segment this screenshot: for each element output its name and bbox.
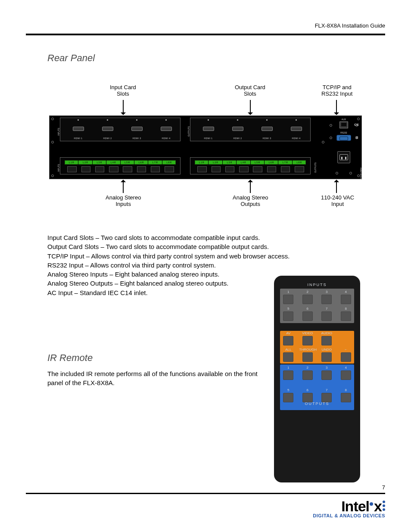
arrow-up-icon (336, 180, 337, 193)
button-icon (321, 393, 332, 402)
button-icon (302, 311, 313, 321)
section-title-ir-remote: IR Remote (47, 352, 93, 364)
btn-label: 5 (280, 388, 297, 392)
brand-name: Intelx (313, 498, 385, 515)
remote-btn-input-4: 4 (338, 289, 355, 305)
arrow-down-icon (336, 100, 337, 115)
hdmi-port-icon (291, 127, 302, 131)
remote-btn-output-6: 6 (299, 388, 316, 403)
remote-btn-video: VIDEO (299, 331, 316, 346)
remote-btn-input-5: 5 (280, 306, 297, 322)
output-card-strip: HDMI 1 HDMI 2 HDMI 3 HDMI 4 (190, 118, 311, 141)
screw-icon (336, 172, 338, 174)
hdmi-port-icon (262, 127, 273, 131)
port-label: HDMI 2 (96, 137, 119, 140)
brand-tagline: DIGITAL & ANALOG DEVICES (313, 513, 385, 518)
remote-modes-pad: AV VIDEO AUDIO ALL THROUGH UNDO ← (280, 331, 354, 364)
screw-icon (322, 141, 324, 143)
screw-icon (51, 118, 54, 120)
remote-btn-input-2: 2 (299, 289, 316, 305)
button-icon (341, 370, 351, 380)
remote-btn-output-5: 5 (280, 388, 297, 403)
btn-label: VIDEO (299, 331, 316, 335)
arrow-down-icon (123, 100, 124, 115)
section-title-rear-panel: Rear Panel (47, 53, 95, 64)
text: Inputs (115, 201, 131, 207)
btn-label: 6 (299, 307, 316, 311)
button-icon (341, 295, 351, 304)
remote-btn-blank (338, 331, 355, 346)
screw-icon (51, 141, 54, 143)
hdmi-port-icon (232, 127, 243, 131)
button-icon (321, 336, 332, 345)
definition-line: TCP/IP Input – Allows control via third … (47, 252, 358, 261)
btn-label: 6 (299, 388, 316, 392)
button-icon (283, 393, 293, 402)
btn-label: ALL (280, 348, 297, 352)
ch-label: L 3 R (223, 160, 237, 165)
button-icon (341, 311, 351, 321)
ethernet-port-icon (339, 121, 348, 128)
crossed-bin-icon: ⊠ (355, 136, 358, 140)
text: Analog Stereo (106, 194, 141, 201)
text: Slots (244, 90, 256, 97)
btn-label: 5 (280, 307, 297, 311)
ch-label: L 5 R (251, 160, 265, 165)
btn-label: THROUGH (299, 348, 316, 352)
remote-outputs-header: OUTPUTS (280, 401, 354, 406)
button-icon (321, 370, 332, 380)
port-label: HDMI 2 (226, 137, 249, 140)
ac-rating-label: AC100-240V (360, 168, 362, 180)
btn-label: 8 (338, 388, 355, 392)
btn-label: UNDO (318, 348, 335, 352)
btn-label: 7 (318, 388, 335, 392)
button-icon (321, 352, 332, 362)
ground-icon (349, 172, 352, 174)
ch-label: L 5 R (121, 160, 134, 165)
btn-label: 1 (280, 366, 297, 370)
button-icon (341, 393, 351, 402)
text: Slots (117, 90, 129, 97)
btn-label: 7 (318, 307, 335, 311)
text: TCP/IP and (323, 84, 352, 90)
hdmi-in-4: HDMI 4 (154, 121, 178, 136)
remote-btn-through: THROUGH (299, 347, 316, 363)
btn-label: 4 (338, 290, 355, 294)
btn-label: 3 (318, 290, 335, 294)
ch-label: L 8 R (162, 160, 176, 165)
btn-label: ← (338, 348, 355, 352)
text: RS232 Input (321, 90, 352, 97)
remote-btn-input-1: 1 (280, 289, 297, 305)
callout-analog-inputs: Analog Stereo Inputs (106, 195, 141, 208)
button-icon (283, 336, 293, 345)
callout-input-card-slots: Input Card Slots (110, 84, 136, 97)
header-rule (26, 34, 385, 35)
text: Input Card (110, 84, 136, 90)
label-outputs-vertical: OUTPUTS (314, 162, 317, 173)
brand-dot-icon (370, 502, 373, 506)
hdmi-in-1: HDMI 1 (66, 121, 90, 136)
arrow-down-icon (250, 100, 251, 115)
hdmi-in-2: HDMI 2 (96, 121, 119, 136)
button-icon (302, 336, 313, 345)
hdmi-port-icon (161, 127, 172, 131)
hdmi-out-1: HDMI 1 (196, 121, 220, 136)
ch-label: L 1 R (65, 160, 78, 165)
ce-mark-icon: CE (354, 123, 359, 127)
brand-dots-icon (383, 501, 385, 511)
analog-stereo-outputs: L 1 R L 2 R L 3 R L 4 R L 5 R L 6 R L 7 … (190, 157, 311, 174)
button-icon (321, 311, 332, 321)
btn-label: 4 (338, 366, 355, 370)
brand-text: Intel (341, 498, 369, 515)
ch-label: L 6 R (134, 160, 148, 165)
btn-label: 3 (318, 366, 335, 370)
iec-power-inlet-icon (337, 151, 350, 163)
ch-label: L 7 R (278, 160, 292, 165)
ch-label: L 2 R (78, 160, 92, 165)
port-label: HDMI 4 (154, 137, 178, 140)
ch-label: L 3 R (93, 160, 106, 165)
ch-label: L 7 R (148, 160, 162, 165)
pin-row (195, 166, 306, 171)
hdmi-out-4: HDMI 4 (284, 121, 308, 136)
ir-remote-diagram: INPUTS 1 2 3 4 5 6 7 8 AV VIDEO AUDIO AL… (274, 276, 360, 482)
